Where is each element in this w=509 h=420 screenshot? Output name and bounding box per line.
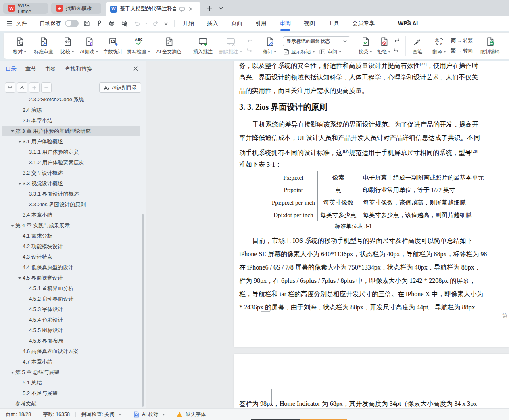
standard-review-button[interactable]: 标准审查	[30, 33, 57, 58]
proofread-button[interactable]: 校对	[9, 33, 30, 58]
toc-item[interactable]: 2.5 本章小结	[2, 115, 140, 126]
wps-ai-button[interactable]: WPS AI	[389, 20, 418, 27]
toc-item[interactable]: 4.5.2 启动界面设计	[2, 294, 140, 304]
toc-item[interactable]: 3.3.2ios 界面设计的原则	[2, 199, 140, 210]
toc-item[interactable]: 3.1 用户体验概述	[2, 136, 140, 147]
ai-proofread-dropdown-icon[interactable]	[162, 414, 165, 416]
missing-font-warning[interactable]: 缺失字体	[186, 411, 206, 418]
next-revision-icon[interactable]	[393, 47, 400, 54]
toc-item[interactable]: 4.6 高保真界面设计方案	[2, 346, 140, 357]
sidebar-tab[interactable]: 书签	[45, 65, 56, 73]
to-simplified-button[interactable]: 繁→ 转简	[451, 47, 473, 54]
previous-comment-icon[interactable]	[246, 37, 253, 44]
menu-item[interactable]: 开始	[183, 20, 194, 27]
compare-button[interactable]: 比较	[57, 33, 78, 58]
hamburger-icon[interactable]	[6, 21, 13, 26]
file-menu[interactable]: 文件	[16, 20, 27, 27]
toc-item[interactable]: 4.5.5 图标设计	[2, 325, 140, 336]
to-traditional-button[interactable]: 简→ 转繁	[451, 37, 473, 44]
new-tab-button[interactable]	[205, 4, 214, 13]
toc-item[interactable]: 3.4 本章小结	[2, 210, 140, 220]
toc-item[interactable]: 3.2 交互设计概述	[2, 168, 140, 178]
toc-collapse-up-button[interactable]	[17, 82, 27, 93]
print-icon[interactable]	[107, 19, 116, 28]
ai-read-aloud-button[interactable]: AI朗读	[78, 33, 100, 58]
sidebar-tab[interactable]: 目录	[6, 65, 17, 73]
markup-state-select[interactable]: 显示标记的最终状态	[283, 36, 350, 46]
ai-recognize-toc-button[interactable]: AI识别目录	[99, 82, 141, 93]
quick-toolbar-dropdown-icon[interactable]	[164, 22, 168, 25]
sidebar-scrollbar[interactable]	[142, 214, 144, 407]
toc-item[interactable]: 第 5 章 总结与展望	[2, 367, 140, 378]
toc-item[interactable]: 2.3.2Sketch2Code 系统	[2, 94, 140, 105]
sidebar-close-icon[interactable]	[132, 65, 139, 72]
ink-pen-button[interactable]: 画笔	[409, 33, 426, 58]
toc-item[interactable]: 4.1 需求分析	[2, 231, 140, 241]
document-page-19[interactable]: 签栏为 98px，Home Indicator 为 68px，其开发高度为 34…	[234, 354, 509, 408]
toc-item[interactable]: 4.5.4 色彩设计	[2, 315, 140, 325]
document-permission-button[interactable]: 文档	[503, 33, 509, 58]
sidebar-tab[interactable]: 章节	[25, 65, 36, 73]
tab-document-active[interactable]: W 基于大模型的代码注释自动生	[106, 2, 200, 16]
toc-item[interactable]: 3.1.1 用户体验的定义	[2, 147, 140, 157]
toc-item[interactable]: 3.3 视觉设计概述	[2, 178, 140, 189]
restrict-editing-button[interactable]: 限制编辑	[477, 33, 503, 58]
word-count-indicator[interactable]: 字数: 16358	[43, 411, 70, 418]
toc-expand-down-button[interactable]	[5, 82, 15, 93]
undo-dropdown-icon[interactable]	[145, 23, 148, 25]
toc-item[interactable]: 4.5.3 字体设计	[2, 304, 140, 315]
document-page-18[interactable]: 务，以及整个系统的安全性，舒适性和高质量设计并提高有效性[27]，使用户在操作时…	[234, 61, 509, 347]
search-icon[interactable]	[405, 19, 413, 28]
undo-icon[interactable]	[132, 19, 141, 28]
toc-item[interactable]: 4.7 本章小结	[2, 357, 140, 367]
toc-item[interactable]: 4.2 功能模块设计	[2, 241, 140, 252]
spellcheck-dropdown-icon[interactable]	[119, 414, 121, 416]
save-icon[interactable]	[82, 19, 91, 28]
translate-button[interactable]: 文A 翻译	[430, 33, 448, 58]
collapse-arrow-icon[interactable]	[17, 141, 23, 143]
redo-icon[interactable]	[151, 19, 160, 28]
word-count-button[interactable]: 12 字数统计	[100, 33, 125, 58]
tab-wps-office[interactable]: W WPS Office	[3, 3, 48, 14]
print-preview-icon[interactable]	[120, 19, 129, 28]
document-canvas[interactable]: 务，以及整个系统的安全性，舒适性和高质量设计并提高有效性[27]，使用户在操作时…	[146, 61, 509, 408]
toc-item[interactable]: 3.3.1 界面设计的概述	[2, 189, 140, 199]
export-pdf-icon[interactable]	[95, 19, 104, 28]
spellcheck-status[interactable]: 拼写检查: 关闭	[81, 411, 115, 418]
show-markup-button[interactable]: 显示标记	[283, 48, 315, 55]
toc-item[interactable]: 4.3 设计特点	[2, 252, 140, 262]
menu-item[interactable]: 视图	[304, 20, 315, 27]
tab-list-dropdown[interactable]	[216, 4, 225, 13]
toc-item[interactable]: 5.1 总结	[2, 378, 140, 388]
collapse-arrow-icon[interactable]	[17, 183, 23, 185]
accept-revision-button[interactable]: 接受	[356, 33, 375, 58]
collapse-arrow-icon[interactable]	[10, 225, 15, 227]
toc-zoom-in-button[interactable]	[29, 82, 40, 93]
toc-item[interactable]: 4.4 低保真原型的设计	[2, 262, 140, 273]
reject-revision-button[interactable]: 拒绝	[375, 33, 393, 58]
tab-close-icon[interactable]	[188, 6, 193, 12]
menu-item[interactable]: 审阅	[280, 20, 291, 27]
delete-comment-button[interactable]: 删除批注	[215, 33, 246, 58]
toc-item[interactable]: 4.5.1 首稿界面分析	[2, 283, 140, 294]
toc-zoom-out-button[interactable]	[41, 82, 52, 93]
toc-item[interactable]: 4.5 界面视觉设计	[2, 273, 140, 283]
next-comment-icon[interactable]	[246, 47, 253, 54]
toc-item[interactable]: 2.4 演练	[2, 105, 140, 115]
spell-check-button[interactable]: ABC 拼写检查	[125, 33, 152, 58]
tab-docer-templates[interactable]: 找稻壳模板	[51, 3, 101, 14]
insert-comment-button[interactable]: 插入批注	[191, 33, 215, 58]
ai-polish-button[interactable]: AI 全文润色	[152, 33, 186, 58]
toc-item[interactable]: 参考文献	[2, 399, 140, 408]
previous-revision-icon[interactable]	[393, 37, 400, 44]
autosave-toggle[interactable]	[65, 20, 79, 27]
tab-comment-icon[interactable]	[179, 6, 185, 12]
collapse-arrow-icon[interactable]	[10, 130, 15, 132]
page-indicator[interactable]: 页面: 18/28	[6, 411, 31, 418]
toc-item[interactable]: 第 3 章 用户体验的基础理论研究	[2, 126, 140, 136]
menu-item[interactable]: 工具	[328, 20, 339, 27]
menu-item[interactable]: 引用	[255, 20, 267, 27]
collapse-arrow-icon[interactable]	[10, 372, 15, 374]
toc-item[interactable]: 第 4 章 实践与成果展示	[2, 220, 140, 231]
menu-item[interactable]: 插入	[207, 20, 218, 27]
